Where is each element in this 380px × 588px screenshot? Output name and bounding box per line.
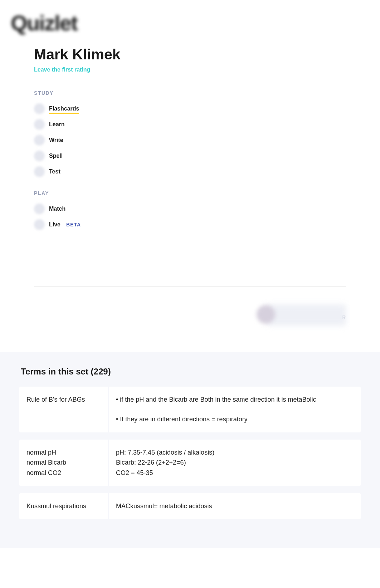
quizlet-logo: Quizlet [11,11,380,35]
terms-section: Terms in this set (229) Rule of B's for … [0,352,380,548]
mode-label: Spell [49,153,63,159]
play-section-label: PLAY [34,190,346,196]
term-text: Kussmul respirations [19,493,109,519]
term-card[interactable]: Kussmul respirations MACkussmul= metabol… [19,493,361,519]
set-title: Mark Klimek [34,46,346,63]
mode-learn[interactable]: Learn [34,117,346,132]
spell-icon [34,151,45,161]
definition-text: • if the pH and the Bicarb are Both in t… [109,387,325,432]
flashcards-icon [34,103,45,114]
mode-label: Flashcards [49,106,79,112]
term-text: Rule of B's for ABGs [19,387,109,432]
mode-match[interactable]: Match [34,201,346,217]
terms-heading: Terms in this set (229) [19,367,361,377]
mode-write[interactable]: Write [34,132,346,148]
action-toolbar [267,304,346,326]
definition-text: MACkussmul= metabolic acidosis [109,493,325,519]
beta-badge: BETA [66,222,81,227]
study-section-label: STUDY [34,90,346,96]
definition-text: pH: 7.35-7.45 (acidosis / alkalosis) Bic… [109,440,325,486]
term-actions [325,440,361,486]
term-actions [325,493,361,519]
mode-label: Learn [49,121,65,128]
mode-flashcards[interactable]: Flashcards [34,101,346,117]
play-mode-list: Match Live BETA [34,201,346,232]
mode-label: Write [49,137,63,143]
study-mode-list: Flashcards Learn Write Spell Test [34,101,346,180]
term-text: normal pH normal Bicarb normal CO2 [19,440,109,486]
avatar [257,305,275,324]
learn-icon [34,119,45,130]
term-card[interactable]: normal pH normal Bicarb normal CO2 pH: 7… [19,440,361,486]
mode-label: Match [49,206,65,212]
test-icon [34,166,45,177]
term-actions [325,387,361,432]
term-card[interactable]: Rule of B's for ABGs • if the pH and the… [19,387,361,432]
write-icon [34,135,45,146]
mode-label: Live [49,221,60,228]
live-icon [34,219,45,230]
mode-live[interactable]: Live BETA [34,217,346,232]
mode-spell[interactable]: Spell [34,148,346,164]
mode-label: Test [49,168,60,175]
match-icon [34,204,45,214]
mode-test[interactable]: Test [34,164,346,180]
leave-rating-link[interactable]: Leave the first rating [34,67,90,73]
